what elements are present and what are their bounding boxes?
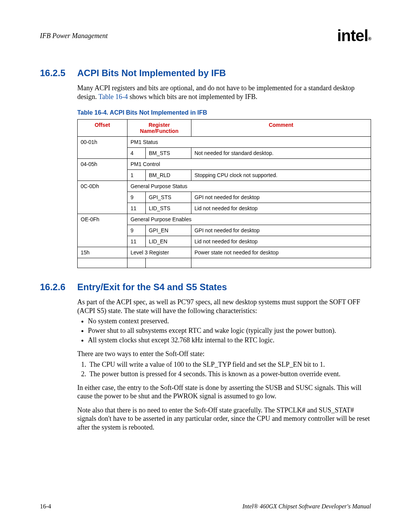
- cell-bit: 1: [127, 170, 145, 181]
- page-footer: 16-4 Intel® 460GX Chipset Software Devel…: [40, 503, 371, 510]
- bullet-list: No system context preserved. Power shut …: [88, 317, 371, 344]
- list-item: No system context preserved.: [88, 317, 371, 325]
- cell-offset: 00-01h: [78, 137, 127, 159]
- col-offset: Offset: [78, 120, 127, 137]
- cell-group: PM1 Control: [127, 159, 371, 170]
- cell-bit: 4: [127, 148, 145, 159]
- page-header: IFB Power Management intel®: [40, 27, 371, 45]
- intel-logo: intel®: [337, 27, 371, 45]
- cell-name: GPI_EN: [145, 225, 191, 236]
- list-item: Power shut to all subsystems except RTC …: [88, 327, 371, 335]
- cell-bit: 11: [127, 236, 145, 247]
- list-item: The CPU will write a value of 100 to the…: [88, 361, 371, 369]
- para: There are two ways to enter the Soft-Off…: [77, 350, 371, 358]
- cell-comment: GPI not needed for desktop: [191, 192, 371, 203]
- section-heading: 16.2.6 Entry/Exit for the S4 and S5 Stat…: [40, 282, 371, 292]
- list-item: The power button is pressed for 4 second…: [88, 370, 371, 378]
- col-name: Register Name/Function: [127, 120, 191, 137]
- table-caption: Table 16-4. ACPI Bits Not Implemented in…: [77, 109, 371, 116]
- cell-name: LID_EN: [145, 236, 191, 247]
- table-row-empty: [78, 258, 371, 268]
- chapter-name: IFB Power Management: [40, 32, 108, 40]
- cell-comment: Not needed for standard desktop.: [191, 148, 371, 159]
- table-ref-link[interactable]: Table 16-4: [99, 93, 128, 101]
- section-title: ACPI Bits Not Implemented by IFB: [77, 68, 226, 78]
- table-row: 00-01h PM1 Status: [78, 137, 371, 148]
- cell-name: BM_RLD: [145, 170, 191, 181]
- table-row: 15h Level 3 Register Power state not nee…: [78, 247, 371, 258]
- cell-bit: 9: [127, 225, 145, 236]
- cell-comment: Stopping CPU clock not supported.: [191, 170, 371, 181]
- cell-empty: [78, 258, 127, 268]
- section-heading: 16.2.5 ACPI Bits Not Implemented by IFB: [40, 68, 371, 78]
- section-body: Many ACPI registers and bits are optiona…: [77, 84, 371, 268]
- logo-text: intel: [337, 27, 368, 45]
- cell-offset: OE-0Fh: [78, 214, 127, 247]
- cell-comment: Lid not needed for desktop: [191, 203, 371, 214]
- cell-empty: [145, 258, 191, 268]
- cell-name: LID_STS: [145, 203, 191, 214]
- acpi-bits-table: Offset Register Name/Function Comment 00…: [77, 119, 371, 268]
- cell-bit: 9: [127, 192, 145, 203]
- table-header-row: Offset Register Name/Function Comment: [78, 120, 371, 137]
- cell-bit: 11: [127, 203, 145, 214]
- registered-icon: ®: [368, 36, 371, 42]
- para: As part of the ACPI spec, as well as PC'…: [77, 298, 371, 315]
- cell-group: General Purpose Status: [127, 181, 371, 192]
- cell-offset: 15h: [78, 247, 127, 258]
- section-number: 16.2.5: [40, 68, 77, 78]
- cell-empty: [191, 258, 371, 268]
- para-text-post: shows which bits are not implemented by …: [128, 93, 257, 101]
- list-item: All system clocks shut except 32.768 kHz…: [88, 336, 371, 344]
- page-number: 16-4: [40, 503, 51, 510]
- cell-empty: [127, 258, 145, 268]
- para: Note also that there is no need to enter…: [77, 406, 371, 432]
- section-body: As part of the ACPI spec, as well as PC'…: [77, 298, 371, 431]
- cell-offset: 0C-0Dh: [78, 181, 127, 214]
- table-row: OE-0Fh General Purpose Enables: [78, 214, 371, 225]
- col-comment: Comment: [191, 120, 371, 137]
- cell-comment: Power state not needed for desktop: [191, 247, 371, 258]
- intro-para: Many ACPI registers and bits are optiona…: [77, 84, 371, 101]
- cell-name: Level 3 Register: [127, 247, 191, 258]
- table-row: 0C-0Dh General Purpose Status: [78, 181, 371, 192]
- cell-comment: Lid not needed for desktop: [191, 236, 371, 247]
- section-title: Entry/Exit for the S4 and S5 States: [77, 282, 227, 292]
- cell-name: BM_STS: [145, 148, 191, 159]
- table-row: 04-05h PM1 Control: [78, 159, 371, 170]
- cell-offset: 04-05h: [78, 159, 127, 181]
- cell-comment: GPI not needed for desktop: [191, 225, 371, 236]
- cell-group: General Purpose Enables: [127, 214, 371, 225]
- numbered-list: The CPU will write a value of 100 to the…: [88, 361, 371, 378]
- cell-group: PM1 Status: [127, 137, 371, 148]
- cell-name: GPI_STS: [145, 192, 191, 203]
- section-number: 16.2.6: [40, 282, 77, 292]
- para: In either case, the entry to the Soft-Of…: [77, 383, 371, 401]
- manual-title: Intel® 460GX Chipset Software Developer'…: [242, 503, 371, 510]
